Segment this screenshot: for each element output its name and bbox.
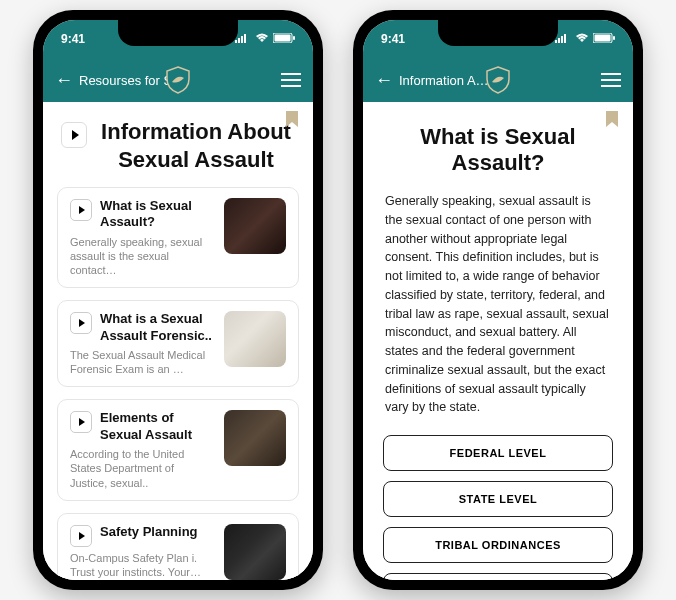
card-item[interactable]: What is Sexual Assault? Generally speaki…: [57, 187, 299, 288]
card-title: Elements of Sexual Assault: [100, 410, 214, 443]
svg-rect-2: [241, 36, 243, 43]
card-image: [224, 311, 286, 367]
card-item[interactable]: Safety Planning On-Campus Safety Plan i.…: [57, 513, 299, 580]
status-time: 9:41: [381, 32, 405, 46]
nav-bar: ← Information A…: [363, 58, 633, 102]
card-list: What is Sexual Assault? Generally speaki…: [43, 187, 313, 580]
card-title: What is a Sexual Assault Forensic..: [100, 311, 214, 344]
wifi-icon: [575, 32, 589, 46]
play-icon[interactable]: [70, 411, 92, 433]
back-icon[interactable]: ←: [55, 70, 73, 91]
svg-rect-8: [558, 38, 560, 43]
card-image: [224, 524, 286, 580]
play-icon[interactable]: [70, 199, 92, 221]
screen-right: 9:41 ← Information A…: [363, 20, 633, 580]
card-desc: The Sexual Assault Medical Forensic Exam…: [70, 348, 214, 377]
level-button[interactable]: FEDERAL LEVEL: [383, 435, 613, 471]
page-title: What is Sexual Assault?: [363, 102, 633, 192]
phone-left: 9:41 ← Resourses for St…: [33, 10, 323, 590]
body-text: Generally speaking, sexual assault is th…: [363, 192, 633, 435]
wifi-icon: [255, 32, 269, 46]
svg-rect-1: [238, 38, 240, 43]
notch: [118, 20, 238, 46]
card-item[interactable]: What is a Sexual Assault Forensic.. The …: [57, 300, 299, 387]
level-button[interactable]: STATE LEVEL: [383, 481, 613, 517]
svg-rect-6: [293, 36, 295, 40]
level-button[interactable]: TRIBAL ORDINANCES: [383, 527, 613, 563]
svg-rect-7: [555, 40, 557, 43]
phone-right: 9:41 ← Information A…: [353, 10, 643, 590]
nav-bar: ← Resourses for St…: [43, 58, 313, 102]
card-image: [224, 410, 286, 466]
svg-rect-3: [244, 34, 246, 43]
card-desc: According to the United States Departmen…: [70, 447, 214, 490]
card-title: Safety Planning: [100, 524, 198, 540]
level-button[interactable]: TRIBAL COLLEGE: [383, 573, 613, 580]
content-right: What is Sexual Assault? Generally speaki…: [363, 102, 633, 580]
svg-rect-10: [564, 34, 566, 43]
status-icons: [555, 32, 615, 46]
battery-icon: [593, 32, 615, 46]
app-logo-icon: [484, 66, 512, 94]
notch: [438, 20, 558, 46]
svg-rect-12: [595, 35, 611, 42]
app-logo-icon: [164, 66, 192, 94]
svg-rect-0: [235, 40, 237, 43]
bookmark-icon[interactable]: [605, 110, 619, 133]
card-desc: Generally speaking, sexual assault is th…: [70, 235, 214, 278]
play-icon[interactable]: [70, 312, 92, 334]
battery-icon: [273, 32, 295, 46]
menu-icon[interactable]: [601, 73, 621, 87]
card-image: [224, 198, 286, 254]
screen-left: 9:41 ← Resourses for St…: [43, 20, 313, 580]
play-button[interactable]: [61, 122, 87, 148]
page-title: Information About Sexual Assault: [97, 118, 295, 173]
menu-icon[interactable]: [281, 73, 301, 87]
status-time: 9:41: [61, 32, 85, 46]
svg-rect-13: [613, 36, 615, 40]
card-item[interactable]: Elements of Sexual Assault According to …: [57, 399, 299, 500]
back-icon[interactable]: ←: [375, 70, 393, 91]
svg-rect-9: [561, 36, 563, 43]
play-icon[interactable]: [70, 525, 92, 547]
bookmark-icon[interactable]: [285, 110, 299, 133]
button-list: FEDERAL LEVEL STATE LEVEL TRIBAL ORDINAN…: [363, 435, 633, 580]
status-icons: [235, 32, 295, 46]
content-left: Information About Sexual Assault What is…: [43, 102, 313, 580]
nav-title: Information A…: [399, 73, 489, 88]
card-title: What is Sexual Assault?: [100, 198, 214, 231]
card-desc: On-Campus Safety Plan i. Trust your inst…: [70, 551, 214, 580]
svg-rect-5: [275, 35, 291, 42]
